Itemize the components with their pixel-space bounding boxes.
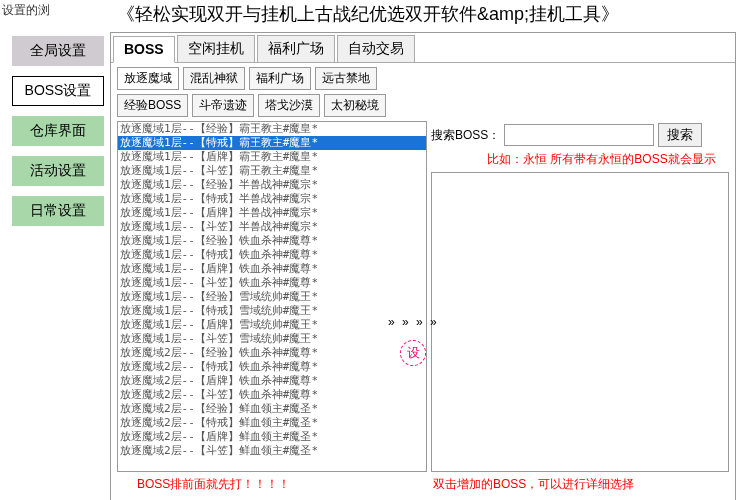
sidebar-item-0[interactable]: 全局设置	[12, 36, 104, 66]
boss-list-item[interactable]: 放逐魔域2层--【盾牌】铁血杀神#魔尊*	[118, 374, 426, 388]
sub-tabs-2-item-1[interactable]: 斗帝遗迹	[192, 94, 254, 117]
main-layout: 全局设置BOSS设置仓库界面活动设置日常设置 BOSS空闲挂机福利广场自动交易 …	[0, 32, 736, 500]
sidebar-item-3[interactable]: 活动设置	[12, 156, 104, 186]
boss-list-item[interactable]: 放逐魔域1层--【斗笠】雪域统帅#魔王*	[118, 332, 426, 346]
boss-list-item[interactable]: 放逐魔域1层--【盾牌】半兽战神#魔宗*	[118, 206, 426, 220]
sub-tabs-1-item-1[interactable]: 混乱神狱	[183, 67, 245, 90]
main-tab-3[interactable]: 自动交易	[337, 35, 415, 62]
page-title: 《轻松实现双开与挂机上古战纪优选双开软件&amp;挂机工具》	[0, 0, 736, 32]
search-hint: 比如：永恒 所有带有永恒的BOSS就会显示	[431, 151, 729, 172]
sidebar: 全局设置BOSS设置仓库界面活动设置日常设置	[0, 32, 108, 500]
boss-list-item[interactable]: 放逐魔域1层--【经验】霸王教主#魔皇*	[118, 122, 426, 136]
boss-list-item[interactable]: 放逐魔域1层--【经验】雪域统帅#魔王*	[118, 290, 426, 304]
search-row: 搜索BOSS： 搜索	[431, 121, 729, 151]
search-label: 搜索BOSS：	[431, 127, 500, 144]
boss-list-item[interactable]: 放逐魔域2层--【特戒】鲜血领主#魔圣*	[118, 416, 426, 430]
boss-list-item[interactable]: 放逐魔域2层--【盾牌】鲜血领主#魔圣*	[118, 430, 426, 444]
left-pane: 放逐魔域1层--【经验】霸王教主#魔皇*放逐魔域1层--【特戒】霸王教主#魔皇*…	[117, 121, 427, 497]
sub-tabs-1-item-3[interactable]: 远古禁地	[315, 67, 377, 90]
boss-list-item[interactable]: 放逐魔域2层--【经验】鲜血领主#魔圣*	[118, 402, 426, 416]
boss-list-item[interactable]: 放逐魔域1层--【特戒】雪域统帅#魔王*	[118, 304, 426, 318]
boss-list-item[interactable]: 放逐魔域1层--【斗笠】半兽战神#魔宗*	[118, 220, 426, 234]
selected-boss-list[interactable]: » » » » 设	[431, 172, 729, 472]
boss-list-item[interactable]: 放逐魔域2层--【斗笠】铁血杀神#魔尊*	[118, 388, 426, 402]
settings-circle-button[interactable]: 设	[400, 340, 426, 366]
boss-list-item[interactable]: 放逐魔域2层--【斗笠】鲜血领主#魔圣*	[118, 444, 426, 458]
boss-list-item[interactable]: 放逐魔域2层--【经验】铁血杀神#魔尊*	[118, 346, 426, 360]
boss-list-item[interactable]: 放逐魔域1层--【经验】半兽战神#魔宗*	[118, 178, 426, 192]
boss-list-item[interactable]: 放逐魔域1层--【盾牌】霸王教主#魔皇*	[118, 150, 426, 164]
boss-list-item[interactable]: 放逐魔域1层--【盾牌】铁血杀神#魔尊*	[118, 262, 426, 276]
sidebar-item-2[interactable]: 仓库界面	[12, 116, 104, 146]
sub-tabs-row2: 经验BOSS斗帝遗迹塔戈沙漠太初秘境	[111, 94, 735, 121]
sub-tabs-row1: 放逐魔域混乱神狱福利广场远古禁地	[111, 63, 735, 94]
boss-list-item[interactable]: 放逐魔域1层--【斗笠】铁血杀神#魔尊*	[118, 276, 426, 290]
transfer-arrows-icon: » » » »	[388, 315, 439, 329]
sub-tabs-2-item-2[interactable]: 塔戈沙漠	[258, 94, 320, 117]
left-note: BOSS排前面就先打！！！！	[117, 472, 427, 497]
right-pane: 搜索BOSS： 搜索 比如：永恒 所有带有永恒的BOSS就会显示 » » » »…	[431, 121, 729, 497]
main-tab-1[interactable]: 空闲挂机	[177, 35, 255, 62]
search-input[interactable]	[504, 124, 654, 146]
sub-tabs-2-item-0[interactable]: 经验BOSS	[117, 94, 188, 117]
content-panel: BOSS空闲挂机福利广场自动交易 放逐魔域混乱神狱福利广场远古禁地 经验BOSS…	[110, 32, 736, 500]
sidebar-item-4[interactable]: 日常设置	[12, 196, 104, 226]
boss-list-item[interactable]: 放逐魔域1层--【特戒】铁血杀神#魔尊*	[118, 248, 426, 262]
sidebar-item-1[interactable]: BOSS设置	[12, 76, 104, 106]
corner-text: 设置的浏	[2, 2, 50, 19]
boss-list[interactable]: 放逐魔域1层--【经验】霸王教主#魔皇*放逐魔域1层--【特戒】霸王教主#魔皇*…	[117, 121, 427, 472]
right-note: 双击增加的BOSS，可以进行详细选择	[431, 472, 729, 497]
sub-tabs-1-item-0[interactable]: 放逐魔域	[117, 67, 179, 90]
sub-tabs-2-item-3[interactable]: 太初秘境	[324, 94, 386, 117]
sub-tabs-1-item-2[interactable]: 福利广场	[249, 67, 311, 90]
main-tabs: BOSS空闲挂机福利广场自动交易	[113, 35, 733, 62]
search-button[interactable]: 搜索	[658, 123, 702, 147]
boss-list-item[interactable]: 放逐魔域1层--【经验】铁血杀神#魔尊*	[118, 234, 426, 248]
boss-list-item[interactable]: 放逐魔域1层--【特戒】霸王教主#魔皇*	[118, 136, 426, 150]
boss-list-item[interactable]: 放逐魔域2层--【特戒】铁血杀神#魔尊*	[118, 360, 426, 374]
body-area: 放逐魔域1层--【经验】霸王教主#魔皇*放逐魔域1层--【特戒】霸王教主#魔皇*…	[111, 121, 735, 500]
boss-list-item[interactable]: 放逐魔域1层--【盾牌】雪域统帅#魔王*	[118, 318, 426, 332]
boss-list-item[interactable]: 放逐魔域1层--【斗笠】霸王教主#魔皇*	[118, 164, 426, 178]
tabs-area: BOSS空闲挂机福利广场自动交易	[111, 33, 735, 63]
main-tab-2[interactable]: 福利广场	[257, 35, 335, 62]
main-tab-0[interactable]: BOSS	[113, 36, 175, 63]
boss-list-item[interactable]: 放逐魔域1层--【特戒】半兽战神#魔宗*	[118, 192, 426, 206]
